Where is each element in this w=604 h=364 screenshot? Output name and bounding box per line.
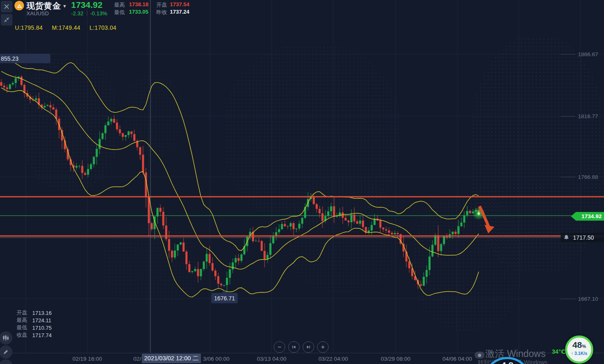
low-marker-tooltip: 1676.71 (211, 293, 238, 303)
draw-button[interactable] (0, 345, 12, 359)
minus-icon (277, 344, 282, 350)
price-axis-tick (561, 54, 575, 55)
high-marker-tooltip: 855.23 (0, 54, 50, 63)
collapse-icon (3, 16, 10, 24)
ohlc-row-high: 最高 1724.11 (17, 316, 52, 324)
status-pill-icon (475, 352, 485, 359)
candlestick-chart[interactable] (0, 0, 604, 353)
time-axis-label: 03/22 04:00 (318, 356, 348, 362)
ohlc-row-close: 收盘 1717.74 (17, 331, 52, 339)
ohlc-row-low: 最低 1710.75 (17, 324, 52, 331)
last-price: 1734.92 (71, 0, 103, 10)
alert-price-value: 1717.50 (573, 234, 594, 241)
time-axis-label: 3/06 00:00 (203, 356, 229, 362)
stat-open-value: 1737.54 (170, 1, 189, 7)
collapse-button[interactable] (1, 14, 12, 26)
time-axis-label: 04/06 04:00 (442, 356, 472, 362)
pencil-icon (2, 349, 9, 355)
performance-percent: 48% (567, 340, 591, 351)
instrument-name: 现货黄金 (26, 0, 61, 12)
price-change-percent: -0.13% (90, 10, 107, 17)
performance-ball[interactable]: 48% ↑ 3.1K/s (565, 335, 593, 364)
plus-icon (320, 344, 326, 350)
stat-high-value: 1738.18 (129, 1, 148, 7)
change-divider (87, 11, 87, 16)
price-axis-tick (561, 177, 575, 177)
ohlc-high-label: 最高 (17, 316, 29, 324)
price-axis-tick (561, 116, 575, 117)
skip-back-button[interactable] (288, 341, 300, 353)
close-button[interactable] (1, 1, 12, 12)
stat-prevclose-value: 1737.24 (170, 9, 189, 15)
upload-arrow-icon: ↑ (571, 351, 573, 356)
ohlc-open-value: 1713.16 (32, 310, 52, 316)
network-speed-value: 3.1K/s (575, 351, 587, 356)
current-price-badge: 1734.92 (571, 212, 604, 221)
performance-percent-value: 48 (572, 340, 582, 350)
ohlc-low-label: 最低 (17, 324, 29, 331)
price-axis-label: 1816.77 (578, 113, 598, 119)
price-axis-label: 1667.10 (578, 296, 598, 302)
trading-app-window: { "header": { "instrument_name": "现货黄金",… (0, 0, 604, 364)
time-axis-label: 02/19 16:00 (72, 356, 102, 362)
secondary-gauge-value: 4.8 (485, 360, 529, 364)
stat-high-label: 最高 (114, 1, 125, 9)
bollinger-lower: L:1703.04 (90, 24, 117, 31)
time-axis-label: 02/ (134, 356, 141, 362)
ohlc-close-value: 1717.74 (32, 332, 52, 338)
stat-low-label: 最低 (114, 9, 125, 16)
crosshair-time-label: 2021/03/02 12:00 二 (142, 354, 201, 363)
price-change: -2.32 (71, 10, 84, 17)
ohlc-row-open: 开盘 1713.16 (17, 309, 52, 316)
stat-prevclose-label: 昨收 (156, 9, 167, 16)
candlestick-icon (2, 334, 10, 342)
instrument-selector[interactable]: 现货黄金 ▾ (26, 0, 66, 12)
ohlc-panel: 开盘 1713.16 最高 1724.11 最低 1710.75 收盘 1717… (17, 309, 52, 339)
skip-forward-button[interactable] (303, 341, 314, 353)
ohlc-close-label: 收盘 (17, 331, 29, 339)
price-axis-label: 1866.67 (578, 51, 598, 57)
stat-low-value: 1733.05 (129, 9, 148, 15)
bollinger-middle: M:1749.44 (52, 24, 81, 31)
temperature-value: 34℃ (552, 348, 566, 355)
network-speed: ↑ 3.1K/s (567, 351, 591, 356)
bollinger-values: U:1795.84 M:1749.44 L:1703.04 (15, 24, 124, 31)
instrument-icon (14, 1, 24, 10)
price-alert-badge[interactable]: 1717.50 (561, 233, 604, 242)
price-axis-tick (561, 299, 575, 299)
price-axis-label: 1766.88 (578, 174, 598, 180)
tooltip-arrow-icon (222, 290, 227, 293)
time-axis-label: 03/13 04:00 (257, 356, 286, 362)
chevron-down-icon: ▾ (63, 3, 66, 9)
low-marker-value: 1676.71 (214, 295, 235, 302)
more-tools-button[interactable] (0, 359, 13, 364)
skip-forward-icon (306, 344, 311, 350)
ohlc-high-value: 1724.11 (32, 317, 51, 324)
zoom-out-button[interactable] (274, 341, 285, 353)
bell-icon[interactable] (563, 234, 570, 241)
close-icon (4, 4, 10, 10)
stat-open-label: 开盘 (156, 1, 167, 9)
time-axis-label: 03/29 08:00 (381, 356, 410, 362)
instrument-symbol: XAUUSD (26, 10, 49, 17)
percent-sign: % (582, 344, 586, 349)
ohlc-open-label: 开盘 (17, 309, 29, 316)
skip-back-icon (291, 344, 297, 350)
bollinger-upper: U:1795.84 (15, 24, 43, 31)
gold-bars-icon (16, 2, 23, 10)
ohlc-low-value: 1710.75 (32, 325, 52, 331)
zoom-in-button[interactable] (317, 341, 329, 353)
